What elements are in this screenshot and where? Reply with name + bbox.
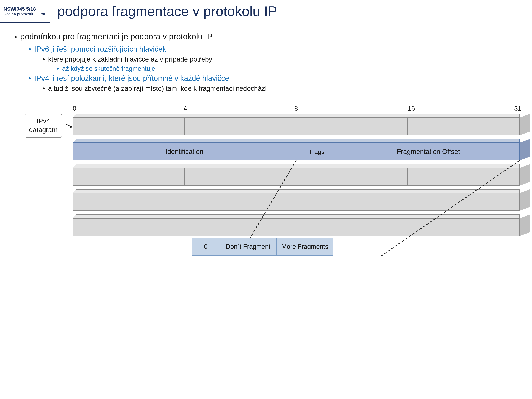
row3-cell3 [296,168,408,185]
bullet-2b: IPv4 ji řeší položkami, které jsou příto… [28,74,518,83]
row3-cell1 [73,168,185,185]
flags-cell: Flags [296,143,338,160]
row4 [73,193,519,211]
axis-8: 8 [294,105,298,112]
axis-31: 31 [514,105,521,112]
row5 [73,218,519,236]
course-label: NSWI045 5/18 Rodina protokolů TCP/IP [0,0,50,23]
bullet-2a: IPv6 ji řeší pomocí rozšiřujících hlavič… [28,45,518,53]
arrow-head [70,126,72,128]
row1-cell1 [73,118,185,135]
row3-cell2 [185,168,296,185]
axis-0: 0 [73,105,76,112]
ipv4-label-line1: IPv4 [29,117,58,126]
row1-cell2 [185,118,296,135]
row3-cell4 [408,168,519,185]
flag-zero-cell: 0 [191,238,220,255]
course-code: NSWI045 5/18 [4,6,47,12]
axis-4: 4 [184,105,187,112]
bullet-1: podmínkou pro fragmentaci je podpora v p… [14,32,518,42]
row2-highlight: Identification Flags Fragmentation Offse… [73,143,519,160]
flags-detail-box: 0 Don´t Fragment More Fragments [191,238,333,255]
fragmentation-offset-cell: Fragmentation Offset [338,143,519,160]
bullet-3a: které připojuje k základní hlavičce až v… [43,56,518,63]
bullet-3b: a tudíž jsou zbytečné (a zabírají místo)… [43,85,518,92]
row1-cell4 [408,118,519,135]
row3 [73,168,519,186]
flag-dont-fragment-cell: Don´t Fragment [220,238,277,255]
ipv4-datagram-label: IPv4 datagram [25,114,62,138]
header: NSWI045 5/18 Rodina protokolů TCP/IP pod… [0,0,532,23]
slide-content: podmínkou pro fragmentaci je podpora v p… [0,23,532,286]
axis-16: 16 [408,105,415,112]
ipv4-diagram: IPv4 datagram 0 4 8 16 31 [25,100,518,280]
bullet-4a: až když se skutečně fragmentuje [57,65,518,72]
ipv4-label-line2: datagram [29,126,58,134]
arrow-line [66,124,72,127]
identification-cell: Identification [73,143,296,160]
slide-title: podpora fragmentace v protokolu IP [50,0,532,23]
row1-cell3 [296,118,408,135]
row1 [73,118,519,135]
flag-more-fragments-cell: More Fragments [277,238,333,255]
course-subtitle: Rodina protokolů TCP/IP [4,12,47,17]
